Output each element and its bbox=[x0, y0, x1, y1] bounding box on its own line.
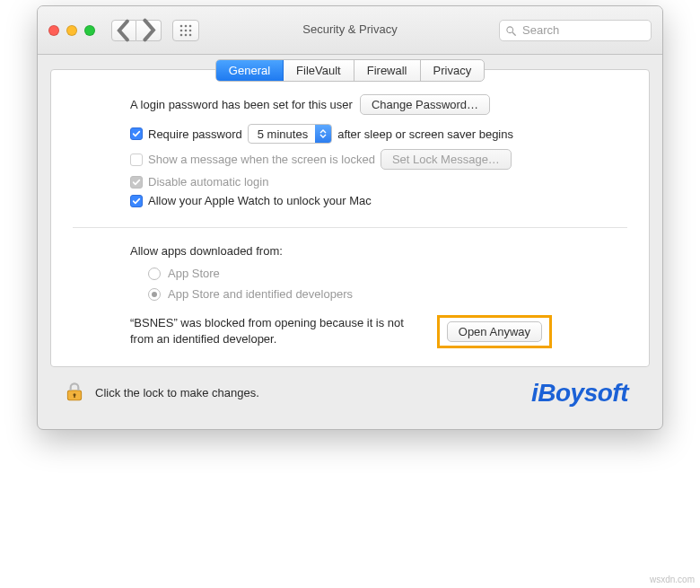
disable-auto-login-label: Disable automatic login bbox=[148, 175, 268, 189]
svg-point-9 bbox=[507, 26, 513, 32]
tab-firewall[interactable]: Firewall bbox=[354, 60, 421, 81]
check-icon bbox=[132, 178, 141, 187]
window-title: Security & Privacy bbox=[302, 22, 397, 36]
apple-watch-unlock-label: Allow your Apple Watch to unlock your Ma… bbox=[148, 194, 372, 207]
svg-point-8 bbox=[189, 33, 192, 36]
set-lock-message-button: Set Lock Message… bbox=[381, 149, 512, 170]
forward-button[interactable] bbox=[136, 20, 162, 41]
check-icon bbox=[132, 129, 141, 138]
svg-point-6 bbox=[180, 33, 183, 36]
svg-point-1 bbox=[185, 24, 188, 27]
tab-filevault[interactable]: FileVault bbox=[284, 60, 354, 81]
lock-icon[interactable] bbox=[63, 380, 86, 406]
svg-point-3 bbox=[180, 29, 183, 31]
minimize-window-button[interactable] bbox=[66, 25, 77, 36]
select-value: 5 minutes bbox=[249, 127, 315, 141]
disable-auto-login-checkbox[interactable] bbox=[130, 176, 143, 189]
preferences-window: Security & Privacy General FileVault Fir… bbox=[37, 5, 663, 430]
svg-point-2 bbox=[189, 24, 192, 27]
close-window-button[interactable] bbox=[48, 25, 59, 36]
svg-point-7 bbox=[185, 33, 188, 36]
search-icon bbox=[505, 25, 516, 36]
chevron-right-icon bbox=[136, 18, 161, 42]
toolbar: Security & Privacy bbox=[38, 6, 662, 55]
apple-watch-unlock-checkbox[interactable] bbox=[130, 195, 143, 207]
search-field[interactable] bbox=[499, 20, 652, 41]
main-panel: General FileVault Firewall Privacy A log… bbox=[50, 69, 650, 367]
chevron-left-icon bbox=[112, 19, 136, 42]
select-stepper-icon bbox=[315, 125, 331, 143]
show-message-checkbox[interactable] bbox=[130, 154, 143, 166]
tab-general[interactable]: General bbox=[216, 60, 284, 81]
require-password-delay-select[interactable]: 5 minutes bbox=[248, 124, 332, 144]
show-all-button[interactable] bbox=[172, 20, 199, 41]
login-password-statement: A login password has been set for this u… bbox=[130, 98, 353, 111]
allow-apps-heading: Allow apps downloaded from: bbox=[130, 244, 570, 258]
allow-app-store-radio[interactable] bbox=[148, 268, 161, 280]
search-input[interactable] bbox=[521, 22, 645, 38]
back-button[interactable] bbox=[111, 20, 136, 41]
require-password-checkbox[interactable] bbox=[130, 127, 143, 140]
window-controls bbox=[48, 25, 95, 36]
svg-point-5 bbox=[189, 29, 192, 31]
allow-identified-developers-radio[interactable] bbox=[148, 288, 161, 301]
lock-message: Click the lock to make changes. bbox=[95, 386, 259, 399]
require-password-label: Require password bbox=[148, 127, 242, 141]
brand-logo: iBoysoft bbox=[531, 379, 628, 408]
allow-app-store-label: App Store bbox=[168, 267, 220, 280]
show-message-label: Show a message when the screen is locked bbox=[148, 153, 375, 166]
zoom-window-button[interactable] bbox=[84, 25, 95, 36]
open-anyway-button[interactable]: Open Anyway bbox=[447, 321, 542, 342]
open-anyway-highlight: Open Anyway bbox=[437, 315, 552, 348]
tab-bar: General FileVault Firewall Privacy bbox=[215, 59, 485, 82]
grid-icon bbox=[179, 24, 192, 37]
svg-line-10 bbox=[512, 32, 515, 35]
check-icon bbox=[132, 197, 141, 206]
svg-point-0 bbox=[180, 24, 183, 27]
blocked-app-message: “BSNES” was blocked from opening because… bbox=[130, 315, 419, 347]
after-sleep-label: after sleep or screen saver begins bbox=[337, 127, 513, 141]
change-password-button[interactable]: Change Password… bbox=[360, 94, 490, 115]
svg-rect-13 bbox=[74, 395, 75, 398]
section-divider bbox=[73, 227, 627, 228]
tab-privacy[interactable]: Privacy bbox=[421, 60, 485, 81]
allow-identified-developers-label: App Store and identified developers bbox=[168, 287, 353, 301]
watermark: wsxdn.com bbox=[650, 575, 695, 584]
svg-point-4 bbox=[185, 29, 188, 31]
